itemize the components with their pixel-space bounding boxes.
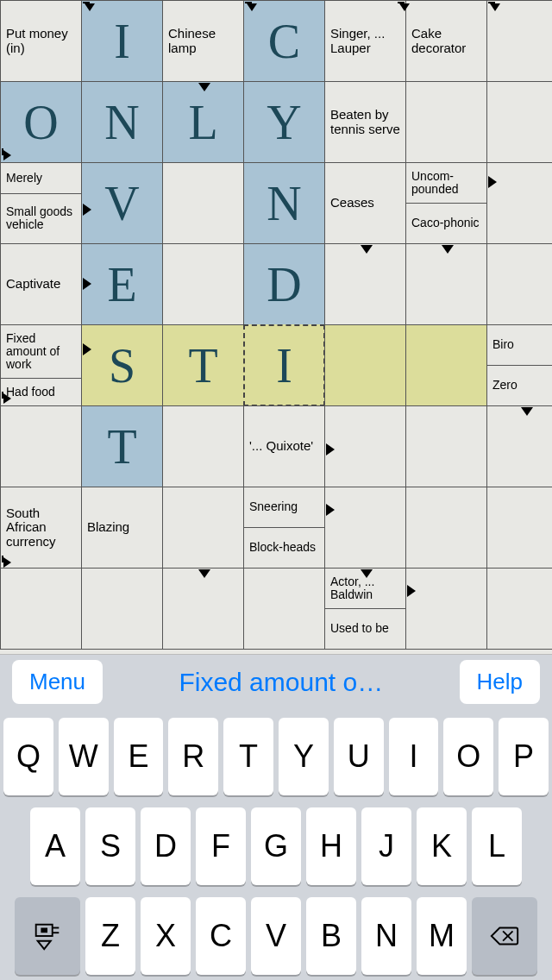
arrow-icon	[488, 176, 497, 188]
empty-cell[interactable]	[405, 487, 487, 569]
letter-cell[interactable]	[324, 324, 406, 406]
backspace-key[interactable]	[472, 897, 537, 975]
letter: V	[104, 176, 139, 231]
key-j[interactable]: J	[361, 807, 411, 885]
empty-cell[interactable]	[486, 81, 552, 163]
letter-cell[interactable]: T	[81, 405, 163, 487]
key-y[interactable]: Y	[279, 718, 329, 795]
letter-cell[interactable]: E	[81, 243, 163, 325]
empty-cell[interactable]	[486, 243, 552, 325]
key-c[interactable]: C	[196, 897, 246, 975]
empty-cell[interactable]	[243, 568, 325, 650]
empty-cell[interactable]	[486, 405, 552, 487]
clue-cell: Uncom-pounded Caco-phonic	[405, 162, 487, 244]
clue-cell: Actor, ... Baldwin Used to be	[324, 568, 406, 650]
keyboard-row-2: A S D F G H J K L	[3, 807, 549, 885]
help-button[interactable]: Help	[460, 660, 540, 704]
key-a[interactable]: A	[30, 807, 80, 885]
key-w[interactable]: W	[59, 718, 109, 795]
letter: N	[104, 95, 139, 150]
key-g[interactable]: G	[251, 807, 301, 885]
key-i[interactable]: I	[389, 718, 439, 795]
letter-cell[interactable]: S	[81, 324, 163, 406]
clue-cell: Biro Zero	[486, 324, 552, 406]
key-s[interactable]: S	[85, 807, 135, 885]
key-m[interactable]: M	[417, 897, 467, 975]
arrow-icon	[407, 585, 416, 597]
key-q[interactable]: Q	[3, 718, 53, 795]
clue-text: Biro	[487, 325, 552, 366]
letter-cell[interactable]: D	[243, 243, 325, 325]
empty-cell[interactable]	[162, 487, 244, 569]
arrow-icon	[326, 504, 335, 516]
key-x[interactable]: X	[141, 897, 191, 975]
keyboard-row-1: Q W E R T Y U I O P	[3, 718, 549, 795]
key-r[interactable]: R	[168, 718, 218, 795]
key-d[interactable]: D	[141, 807, 191, 885]
empty-cell[interactable]	[486, 487, 552, 569]
hide-keyboard-key[interactable]	[15, 897, 80, 975]
arrow-icon	[2, 556, 14, 568]
clue-cell: Sneering Block-heads	[243, 487, 325, 569]
key-n[interactable]: N	[361, 897, 411, 975]
clue-text: Beaten by tennis serve	[325, 82, 405, 162]
letter-cell[interactable]: N	[243, 162, 325, 244]
letter: L	[188, 95, 217, 150]
arrow-icon	[326, 443, 335, 455]
letter-cell[interactable]: V	[81, 162, 163, 244]
empty-cell[interactable]	[486, 568, 552, 650]
letter-cell[interactable]: Y	[243, 81, 325, 163]
key-e[interactable]: E	[114, 718, 164, 795]
empty-cell[interactable]	[81, 568, 163, 650]
key-v[interactable]: V	[251, 897, 301, 975]
clue-text: Merely	[1, 163, 81, 194]
empty-cell[interactable]	[162, 568, 244, 650]
empty-cell[interactable]	[405, 243, 487, 325]
empty-cell[interactable]	[0, 568, 82, 650]
menu-button[interactable]: Menu	[12, 660, 103, 704]
arrow-icon	[398, 2, 410, 14]
clue-text: Singer, ... Lauper	[325, 1, 405, 81]
arrow-icon	[488, 2, 500, 14]
empty-cell[interactable]	[162, 243, 244, 325]
key-u[interactable]: U	[334, 718, 384, 795]
letter: T	[188, 338, 217, 393]
arrow-icon	[521, 407, 533, 416]
empty-cell[interactable]	[324, 487, 406, 569]
arrow-icon	[198, 569, 210, 578]
empty-cell[interactable]	[162, 405, 244, 487]
letter: I	[114, 14, 130, 69]
empty-cell[interactable]	[405, 81, 487, 163]
key-z[interactable]: Z	[85, 897, 135, 975]
cursor-cell[interactable]: I	[243, 324, 325, 406]
key-p[interactable]: P	[499, 718, 549, 795]
backspace-icon	[488, 920, 521, 952]
clue-text: Used to be	[325, 609, 405, 649]
empty-cell[interactable]	[324, 405, 406, 487]
letter-cell[interactable]: T	[162, 324, 244, 406]
empty-cell[interactable]	[0, 405, 82, 487]
clue-cell: Beaten by tennis serve	[324, 81, 406, 163]
svg-rect-1	[41, 928, 47, 933]
clue-text: Fixed amount of work	[1, 325, 81, 379]
letter-cell[interactable]: L	[162, 81, 244, 163]
empty-cell[interactable]	[405, 568, 487, 650]
empty-cell[interactable]	[162, 162, 244, 244]
clue-text: Caco-phonic	[406, 204, 486, 243]
empty-cell[interactable]	[486, 162, 552, 244]
arrow-icon	[2, 148, 14, 160]
key-b[interactable]: B	[306, 897, 356, 975]
key-f[interactable]: F	[196, 807, 246, 885]
key-l[interactable]: L	[472, 807, 522, 885]
key-h[interactable]: H	[306, 807, 356, 885]
letter-cell[interactable]: N	[81, 81, 163, 163]
empty-cell[interactable]	[324, 243, 406, 325]
key-o[interactable]: O	[443, 718, 493, 795]
letter-cell[interactable]	[405, 324, 487, 406]
clue-text: Put money (in)	[1, 1, 81, 81]
clue-text: Block-heads	[244, 528, 324, 568]
key-t[interactable]: T	[223, 718, 273, 795]
empty-cell[interactable]	[405, 405, 487, 487]
current-clue-display: Fixed amount o…	[103, 668, 459, 697]
key-k[interactable]: K	[417, 807, 467, 885]
